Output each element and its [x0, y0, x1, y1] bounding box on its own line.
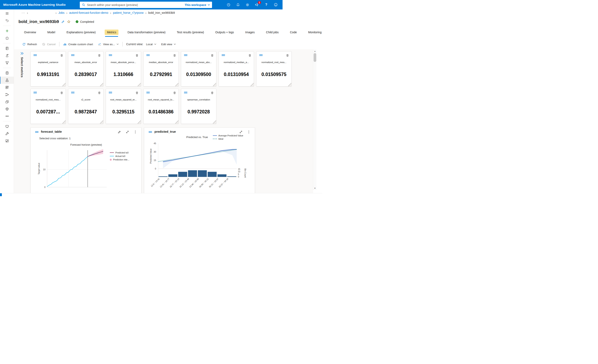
nav-data-labeling-button[interactable]	[0, 137, 14, 144]
resize-corner[interactable]	[213, 83, 216, 86]
metric-card[interactable]: normalized_mean_abs... 0.01309500	[181, 51, 216, 87]
drag-handle-icon[interactable]	[33, 92, 37, 93]
tab-monitoring[interactable]: Monitoring	[306, 28, 323, 37]
settings-button[interactable]	[245, 2, 250, 7]
tab-child-jobs[interactable]: Child jobs	[264, 28, 281, 37]
tab-images[interactable]: Images	[243, 28, 257, 37]
metric-card[interactable]: normalized_root_mea... 0.01509575	[256, 51, 291, 87]
delete-metric-button[interactable]	[135, 53, 139, 57]
tab-code[interactable]: Code	[288, 28, 299, 37]
metric-card[interactable]: r2_score 0.9872847	[68, 89, 103, 124]
tab-data-transformation-preview[interactable]: Data transformation (preview)	[125, 28, 168, 37]
scroll-up-button[interactable]: ▲	[313, 49, 317, 53]
predicted-true-card[interactable]: predicted_true Predicted vs. True Averag…	[144, 127, 255, 193]
drag-handle-icon[interactable]	[146, 54, 150, 56]
resize-corner[interactable]	[288, 83, 291, 86]
metric-card[interactable]: normalized_median_a... 0.01310954	[219, 51, 254, 87]
expand-panel-button[interactable]	[20, 52, 24, 55]
view-as-button[interactable]: View as...	[98, 42, 119, 46]
notifications-button[interactable]	[236, 2, 240, 7]
drag-handle-icon[interactable]	[109, 54, 112, 56]
drag-handle-icon[interactable]	[71, 92, 75, 93]
drag-handle-icon[interactable]	[71, 54, 75, 56]
metric-card[interactable]: mean_absolute_perce... 1.310666	[106, 51, 141, 87]
metric-card[interactable]: root_mean_squared_lo... 0.01486386	[143, 89, 179, 124]
resize-corner[interactable]	[138, 120, 141, 124]
nav-data-button[interactable]	[0, 69, 14, 77]
nav-models-button[interactable]	[0, 105, 14, 113]
drag-handle-icon[interactable]	[149, 131, 152, 133]
nav-environments-button[interactable]	[0, 98, 14, 105]
nav-notebooks-button[interactable]	[0, 45, 14, 52]
nav-jobs-button[interactable]	[0, 77, 14, 84]
expand-chart-button[interactable]	[125, 129, 130, 134]
metric-card[interactable]: median_absolute_error 0.2792991	[143, 51, 179, 87]
workspace-search[interactable]: Search within your workspace (preview) T…	[80, 2, 212, 8]
breadcrumb-link-parent-run[interactable]: patient_horse_r7yrpsxw	[113, 11, 143, 14]
delete-metric-button[interactable]	[210, 91, 214, 95]
delete-metric-button[interactable]	[60, 53, 64, 57]
tab-metrics[interactable]: Metrics	[105, 28, 118, 37]
vertical-scrollbar[interactable]: ▲ ▼	[313, 49, 316, 190]
nav-endpoints-button[interactable]	[0, 113, 14, 120]
drag-handle-icon[interactable]	[259, 54, 263, 56]
drag-handle-icon[interactable]	[35, 131, 38, 133]
help-button[interactable]: ?	[264, 2, 269, 7]
delete-metric-button[interactable]	[248, 53, 252, 57]
resize-corner[interactable]	[175, 120, 178, 124]
drag-handle-icon[interactable]	[184, 92, 187, 93]
metric-card[interactable]: spearman_correlation 0.9972028	[181, 89, 216, 124]
drag-handle-icon[interactable]	[146, 92, 150, 93]
nav-undo-button[interactable]	[0, 17, 14, 24]
delete-metric-button[interactable]	[173, 91, 177, 95]
resize-corner[interactable]	[138, 83, 141, 86]
breadcrumb-link-experiment[interactable]: automl-forecast-function-demo	[69, 11, 108, 14]
current-view-dropdown[interactable]: Local	[146, 43, 156, 46]
nav-compute-button[interactable]	[0, 123, 14, 130]
tab-explanations-preview[interactable]: Explanations (preview)	[64, 28, 98, 37]
resize-corner[interactable]	[62, 83, 66, 86]
workspace-scope-dropdown[interactable]: This workspace	[183, 3, 210, 7]
kebab-menu-icon[interactable]	[133, 129, 138, 134]
drag-handle-icon[interactable]	[184, 54, 187, 56]
nav-menu-button[interactable]	[0, 10, 14, 17]
breadcrumb-link-jobs[interactable]: Jobs	[58, 11, 65, 14]
drag-handle-icon[interactable]	[33, 54, 37, 56]
favorite-run-button[interactable]	[67, 20, 71, 24]
delete-metric-button[interactable]	[135, 91, 139, 95]
scroll-down-button[interactable]: ▼	[313, 186, 317, 190]
delete-metric-button[interactable]	[173, 53, 177, 57]
feedback-button[interactable]: 1	[255, 2, 259, 7]
edit-view-dropdown[interactable]: Edit view	[161, 43, 176, 46]
kebab-menu-icon[interactable]	[247, 129, 251, 134]
refresh-button[interactable]: Refresh	[22, 42, 37, 46]
nav-designer-button[interactable]	[0, 59, 14, 66]
cancel-button[interactable]: Cancel	[42, 42, 56, 46]
metric-card[interactable]: root_mean_squared_er... 0.3295115	[106, 89, 141, 124]
resize-corner[interactable]	[175, 83, 178, 86]
smiley-feedback-button[interactable]	[274, 2, 278, 7]
delete-metric-button[interactable]	[97, 53, 101, 57]
resize-corner[interactable]	[100, 120, 103, 124]
drag-handle-icon[interactable]	[109, 92, 112, 93]
nav-linked-services-button[interactable]	[0, 130, 14, 137]
delete-metric-button[interactable]	[97, 91, 101, 95]
tab-outputs-logs[interactable]: Outputs + logs	[213, 28, 236, 37]
forecast-table-card[interactable]: forecast_table Selected cross validation…	[30, 127, 141, 193]
drag-handle-icon[interactable]	[222, 54, 225, 56]
tab-model[interactable]: Model	[45, 28, 57, 37]
metric-card[interactable]: normalized_root_mea... 0.007287...	[30, 89, 66, 124]
delete-metric-button[interactable]	[60, 91, 64, 95]
expand-chart-button[interactable]	[239, 129, 243, 134]
edit-chart-button[interactable]	[117, 129, 122, 134]
scrollbar-thumb[interactable]	[314, 53, 316, 62]
tab-overview[interactable]: Overview	[22, 28, 38, 37]
nav-home-button[interactable]	[0, 34, 14, 42]
nav-pipelines-button[interactable]	[0, 91, 14, 98]
clock-button[interactable]	[226, 2, 231, 7]
resize-corner[interactable]	[250, 83, 254, 86]
tab-test-results-preview[interactable]: Test results (preview)	[174, 28, 206, 37]
resize-corner[interactable]	[213, 120, 216, 124]
nav-components-button[interactable]	[0, 84, 14, 91]
delete-metric-button[interactable]	[210, 53, 214, 57]
